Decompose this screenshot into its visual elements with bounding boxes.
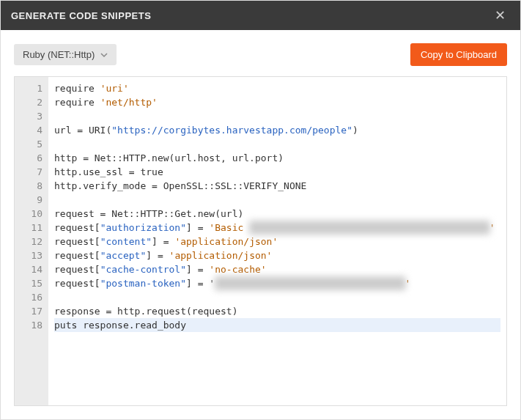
- code-line: [54, 290, 500, 304]
- line-number: 3: [22, 109, 43, 123]
- code-line: http = Net::HTTP.new(url.host, url.port): [54, 151, 500, 165]
- line-number: 4: [22, 123, 43, 137]
- close-icon[interactable]: ✕: [490, 4, 510, 26]
- line-number: 2: [22, 95, 43, 109]
- code-line: request["postman-token"] = '████████████…: [54, 276, 500, 290]
- line-number: 15: [22, 276, 43, 290]
- code-line: request["authorization"] = 'Basic ██████…: [54, 221, 500, 235]
- line-number: 16: [22, 290, 43, 304]
- modal-header: GENERATE CODE SNIPPETS ✕: [1, 1, 520, 30]
- chevron-down-icon: [100, 51, 108, 59]
- code-line: [54, 137, 500, 151]
- line-number: 10: [22, 207, 43, 221]
- line-number: 17: [22, 304, 43, 318]
- code-line: puts response.read_body: [54, 318, 500, 332]
- code-content[interactable]: require 'uri'require 'net/http'url = URI…: [48, 77, 506, 405]
- code-line: request = Net::HTTP::Get.new(url): [54, 207, 500, 221]
- line-number: 18: [22, 318, 43, 332]
- line-number: 13: [22, 248, 43, 262]
- line-number: 8: [22, 179, 43, 193]
- line-number: 5: [22, 137, 43, 151]
- generate-code-modal: GENERATE CODE SNIPPETS ✕ Ruby (NET::Http…: [0, 0, 521, 420]
- code-line: url = URI("https://corgibytes.harvestapp…: [54, 123, 500, 137]
- language-select-label: Ruby (NET::Http): [23, 49, 95, 60]
- code-line: request["accept"] = 'application/json': [54, 248, 500, 262]
- language-select[interactable]: Ruby (NET::Http): [14, 44, 117, 65]
- code-editor: 123456789101112131415161718 require 'uri…: [14, 76, 507, 406]
- code-line: request["cache-control"] = 'no-cache': [54, 262, 500, 276]
- line-number: 11: [22, 221, 43, 235]
- line-number: 9: [22, 193, 43, 207]
- code-line: [54, 193, 500, 207]
- code-line: require 'uri': [54, 81, 500, 95]
- code-line: response = http.request(request): [54, 304, 500, 318]
- modal-title: GENERATE CODE SNIPPETS: [11, 10, 151, 21]
- line-number-gutter: 123456789101112131415161718: [15, 77, 48, 405]
- line-number: 6: [22, 151, 43, 165]
- code-line: http.use_ssl = true: [54, 165, 500, 179]
- line-number: 7: [22, 165, 43, 179]
- code-line: request["content"] = 'application/json': [54, 235, 500, 248]
- code-line: require 'net/http': [54, 95, 500, 109]
- modal-toolbar: Ruby (NET::Http) Copy to Clipboard: [1, 30, 520, 76]
- line-number: 14: [22, 262, 43, 276]
- line-number: 12: [22, 235, 43, 248]
- code-line: [54, 109, 500, 123]
- copy-to-clipboard-button[interactable]: Copy to Clipboard: [410, 43, 507, 66]
- line-number: 1: [22, 81, 43, 95]
- code-line: http.verify_mode = OpenSSL::SSL::VERIFY_…: [54, 179, 500, 193]
